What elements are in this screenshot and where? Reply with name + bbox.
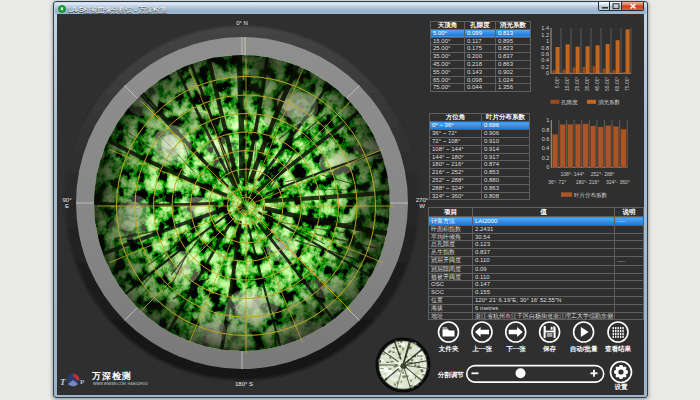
svg-text:75.00°: 75.00° — [624, 76, 630, 91]
svg-text:自动/批量: 自动/批量 — [570, 345, 598, 353]
svg-text:1.2: 1.2 — [541, 32, 549, 38]
svg-text:上一张: 上一张 — [472, 345, 492, 353]
svg-text:36°- 72°: 36°- 72° — [548, 179, 566, 185]
svg-text:文件夹: 文件夹 — [438, 345, 459, 353]
svg-text:0.4: 0.4 — [541, 57, 549, 63]
svg-text:设置: 设置 — [614, 383, 629, 390]
svg-text:55.00°: 55.00° — [604, 76, 610, 91]
svg-text:35.00°: 35.00° — [584, 76, 590, 91]
svg-text:保存: 保存 — [542, 345, 557, 353]
svg-text:180°- 216°: 180°- 216° — [576, 179, 600, 185]
svg-text:下一张: 下一张 — [506, 345, 526, 353]
svg-text:分割调节: 分割调节 — [437, 371, 465, 379]
svg-text:45.00°: 45.00° — [594, 76, 600, 91]
svg-text:T: T — [60, 377, 66, 387]
svg-text:0.4: 0.4 — [542, 145, 550, 151]
svg-text:65.00°: 65.00° — [614, 76, 620, 91]
svg-text:252°- 288°: 252°- 288° — [591, 171, 615, 177]
svg-text:P: P — [80, 378, 85, 386]
svg-text:叶片分布系数: 叶片分布系数 — [574, 192, 608, 199]
svg-text:108°- 144°: 108°- 144° — [560, 171, 584, 177]
svg-text:0.8: 0.8 — [542, 127, 550, 133]
svg-text:0.6: 0.6 — [541, 51, 549, 57]
svg-text:1.4: 1.4 — [541, 25, 549, 31]
svg-text:0.6: 0.6 — [542, 136, 550, 142]
svg-text:0.2: 0.2 — [542, 155, 550, 161]
svg-text:1: 1 — [546, 38, 549, 44]
svg-text:15.00°: 15.00° — [564, 76, 570, 91]
svg-text:5.00°: 5.00° — [554, 76, 560, 88]
svg-text:324°- 360°: 324°- 360° — [606, 179, 630, 185]
svg-text:0: 0 — [546, 70, 549, 76]
svg-text:消光系数: 消光系数 — [598, 99, 621, 106]
svg-text:孔隙度: 孔隙度 — [561, 99, 578, 106]
svg-text:1: 1 — [546, 117, 549, 123]
svg-text:查看结果: 查看结果 — [604, 345, 632, 353]
svg-text:25.00°: 25.00° — [574, 76, 580, 91]
svg-text:0.2: 0.2 — [541, 64, 549, 70]
svg-text:0.8: 0.8 — [541, 45, 549, 51]
svg-text:0: 0 — [546, 164, 549, 170]
